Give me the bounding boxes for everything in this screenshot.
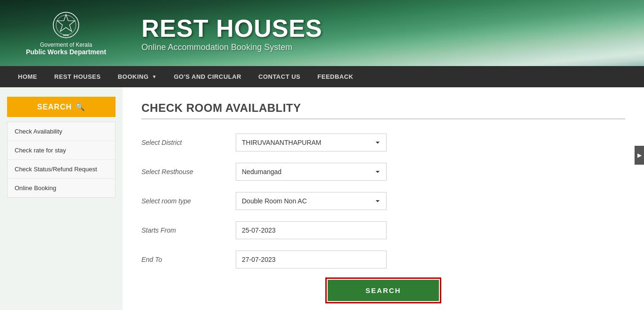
header-title-area: REST HOUSES Online Accommodation Booking… — [132, 14, 322, 52]
site-subtitle: Online Accommodation Booking System — [141, 42, 322, 52]
startdate-label: Starts From — [141, 226, 236, 234]
roomtype-select[interactable]: Double Room Non AC Single Room Non AC Do… — [236, 192, 387, 210]
form-divider — [141, 118, 625, 119]
sidebar-item-check-rate[interactable]: Check rate for stay — [8, 141, 115, 160]
svg-text:◆◆◆: ◆◆◆ — [63, 34, 69, 36]
sidebar-item-check-availability[interactable]: Check Availability — [8, 122, 115, 141]
svg-point-1 — [56, 15, 76, 35]
scroll-indicator[interactable]: ▶ — [635, 146, 644, 165]
enddate-label: End To — [141, 256, 236, 263]
search-submit-button[interactable]: SEARCH — [328, 280, 438, 301]
startdate-row: Starts From — [141, 221, 625, 239]
district-select[interactable]: THIRUVANANTHAPURAM ERNAKULAM KOZHIKODE T… — [236, 134, 387, 151]
nav-contact[interactable]: CONTACT US — [250, 66, 309, 87]
sidebar-search-button[interactable]: SEARCH 🔍 — [7, 97, 116, 117]
enddate-input[interactable] — [236, 251, 387, 268]
booking-dropdown-arrow: ▼ — [152, 74, 157, 79]
nav-booking[interactable]: BOOKING ▼ — [109, 66, 165, 87]
sidebar: SEARCH 🔍 Check Availability Check rate f… — [0, 87, 123, 310]
resthouse-label: Select Resthouse — [141, 168, 236, 176]
svg-marker-2 — [57, 14, 75, 31]
sidebar-item-check-status[interactable]: Check Status/Refund Request — [8, 160, 115, 179]
sidebar-search-label: SEARCH — [37, 103, 72, 111]
search-icon: 🔍 — [75, 102, 85, 111]
sidebar-item-online-booking[interactable]: Online Booking — [8, 179, 115, 197]
roomtype-label: Select room type — [141, 197, 236, 205]
startdate-input[interactable] — [236, 221, 387, 239]
nav-home[interactable]: HOME — [9, 66, 46, 87]
roomtype-row: Select room type Double Room Non AC Sing… — [141, 192, 625, 210]
logo-area: ◆◆◆ Goverment of Kerala Public Works Dep… — [0, 11, 132, 56]
dept-label: Public Works Department — [26, 48, 106, 56]
site-header: ◆◆◆ Goverment of Kerala Public Works Dep… — [0, 0, 644, 66]
form-title: CHECK ROOM AVAILABLITY — [141, 101, 625, 115]
emblem-icon: ◆◆◆ — [52, 11, 80, 39]
site-title: REST HOUSES — [141, 14, 322, 42]
enddate-row: End To — [141, 251, 625, 268]
main-content: SEARCH 🔍 Check Availability Check rate f… — [0, 87, 644, 310]
gov-label: Goverment of Kerala — [40, 42, 92, 48]
resthouse-select[interactable]: Nedumangad Thiruvananthapuram Attingal — [236, 163, 387, 181]
district-row: Select District THIRUVANANTHAPURAM ERNAK… — [141, 134, 625, 151]
resthouse-row: Select Resthouse Nedumangad Thiruvananth… — [141, 163, 625, 181]
nav-feedback[interactable]: FEEDBACK — [309, 66, 362, 87]
search-btn-wrapper: SEARCH — [141, 280, 625, 301]
main-navbar: HOME REST HOUSES BOOKING ▼ GO'S AND CIRC… — [0, 66, 644, 87]
district-label: Select District — [141, 139, 236, 146]
nav-rest-houses[interactable]: REST HOUSES — [46, 66, 109, 87]
form-area: CHECK ROOM AVAILABLITY Select District T… — [123, 87, 644, 310]
nav-gos-circular[interactable]: GO'S AND CIRCULAR — [165, 66, 250, 87]
sidebar-menu: Check Availability Check rate for stay C… — [7, 122, 116, 198]
